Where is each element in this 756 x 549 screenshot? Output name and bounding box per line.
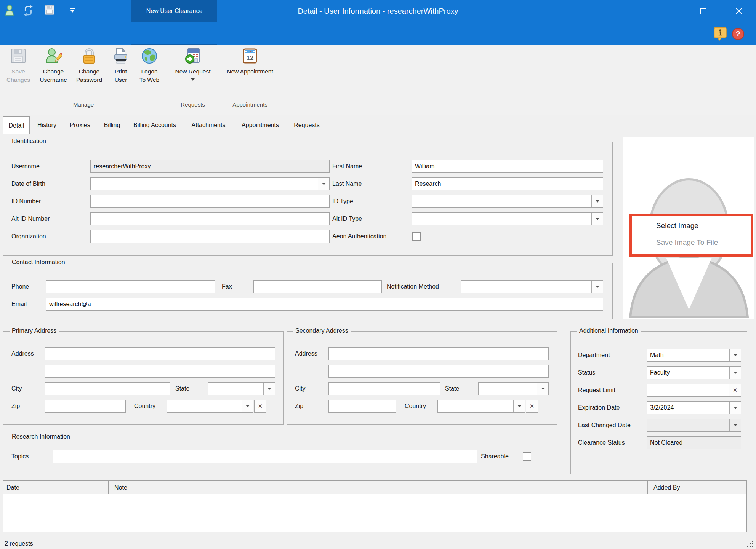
request-limit-clear-icon[interactable] [729,384,741,397]
save-changes-button[interactable]: Save Changes [3,47,34,84]
window-title: Detail - User Information - researcherWi… [0,0,756,22]
id-type-dropdown-icon[interactable] [591,195,603,207]
request-limit-label: Request Limit [578,384,615,397]
primary-city-field[interactable] [45,382,170,395]
email-label: Email [11,298,27,311]
globe-icon [141,47,158,65]
maximize-button[interactable] [696,5,710,18]
last-changed-date-label: Last Changed Date [578,419,631,432]
first-name-label: First Name [332,160,362,173]
ribbon: Save Changes Change Username Change Pass… [0,45,756,115]
last-changed-date-field[interactable] [647,419,741,432]
save-image-to-file-link[interactable]: Save Image To File [656,238,718,247]
secondary-zip-field[interactable] [328,400,396,413]
primary-address-line1-field[interactable] [45,347,275,360]
tab-attachments[interactable]: Attachments [189,116,228,134]
alt-id-type-field[interactable] [412,212,603,225]
secondary-country-field[interactable] [437,400,525,413]
primary-zip-field[interactable] [45,400,126,413]
last-changed-date-dropdown-icon[interactable] [729,419,741,431]
email-field[interactable] [46,298,603,311]
new-appointment-button[interactable]: 12 New Appointment [219,47,280,76]
primary-state-dropdown-icon[interactable] [263,383,275,395]
secondary-country-dropdown-icon[interactable] [513,400,525,412]
column-header-added-by[interactable]: Added By [650,481,746,494]
primary-address-label: Address [11,347,34,360]
primary-country-field[interactable] [167,400,253,413]
department-dropdown-icon[interactable] [729,349,741,361]
alt-id-number-label: Alt ID Number [11,212,50,225]
save-icon[interactable] [44,5,55,15]
notes-table-header: Date Note Added By [3,481,746,494]
topics-label: Topics [11,450,29,463]
ribbon-group-appointments: Appointments [219,101,280,108]
phone-field[interactable] [46,280,215,293]
column-header-date[interactable]: Date [3,481,108,494]
new-request-button[interactable]: New Request [171,47,215,81]
clearance-status-field[interactable] [647,436,741,449]
first-name-field[interactable] [412,160,603,173]
request-limit-field[interactable] [647,384,729,397]
tab-proxies[interactable]: Proxies [68,116,92,134]
status-field[interactable] [647,366,741,379]
username-field[interactable] [90,160,330,173]
primary-country-dropdown-icon[interactable] [242,400,253,412]
tab-requests[interactable]: Requests [293,116,321,134]
id-number-field[interactable] [90,195,330,208]
secondary-state-dropdown-icon[interactable] [537,383,548,395]
fax-field[interactable] [253,280,382,293]
secondary-address-line1-field[interactable] [328,347,549,360]
qat-customize-icon[interactable] [70,8,75,13]
status-bar: 2 requests [0,538,756,549]
change-password-button[interactable]: Change Password [72,47,107,84]
select-image-link[interactable]: Select Image [656,222,698,230]
new-request-dropdown-icon[interactable] [191,78,195,81]
resize-grip-icon[interactable] [747,541,753,547]
contextual-tab-group-header: New User Clearance [131,0,217,22]
department-field[interactable] [647,349,741,362]
date-of-birth-field[interactable] [90,177,330,190]
last-name-label: Last Name [332,177,362,190]
secondary-country-clear-icon[interactable] [526,400,538,413]
expiration-date-field[interactable] [647,401,741,414]
logon-to-web-button[interactable]: Logon To Web [135,47,164,84]
expiration-date-dropdown-icon[interactable] [729,402,741,414]
ribbon-group-separator [218,48,218,109]
tab-billing[interactable]: Billing [103,116,121,134]
primary-country-label: Country [134,400,155,413]
close-button[interactable] [732,5,746,18]
aeon-authentication-checkbox[interactable] [412,232,421,241]
status-dropdown-icon[interactable] [729,367,741,379]
id-type-field[interactable] [412,195,603,208]
minimize-button[interactable] [658,5,672,18]
last-name-field[interactable] [412,177,603,190]
organization-field[interactable] [90,230,330,243]
secondary-address-line2-field[interactable] [328,365,549,378]
alt-id-number-field[interactable] [90,212,330,225]
shareable-checkbox[interactable] [523,452,531,461]
notification-method-field[interactable] [461,280,603,293]
notes-table[interactable]: Date Note Added By [3,480,747,532]
primary-address-line2-field[interactable] [45,365,275,378]
request-count: 2 requests [5,538,33,549]
change-username-button[interactable]: Change Username [37,47,70,84]
topics-field[interactable] [53,450,477,463]
column-header-note[interactable]: Note [111,481,645,494]
help-icon[interactable]: ? [732,27,745,42]
primary-country-clear-icon[interactable] [254,400,266,413]
date-of-birth-dropdown-icon[interactable] [318,178,329,190]
tab-detail[interactable]: Detail [3,116,30,134]
tab-appointments[interactable]: Appointments [239,116,281,134]
alt-id-type-dropdown-icon[interactable] [591,213,603,225]
secondary-city-field[interactable] [328,382,440,395]
user-icon[interactable] [5,5,14,16]
secondary-state-label: State [445,382,459,395]
tab-history[interactable]: History [35,116,59,134]
print-user-button[interactable]: Print User [108,47,133,84]
notification-method-dropdown-icon[interactable] [591,281,603,293]
sync-arrows-icon[interactable] [22,5,34,17]
info-bubble-icon[interactable] [713,27,727,43]
organization-label: Organization [11,230,46,243]
tab-billing-accounts[interactable]: Billing Accounts [131,116,178,134]
ribbon-group-requests: Requests [169,101,216,108]
